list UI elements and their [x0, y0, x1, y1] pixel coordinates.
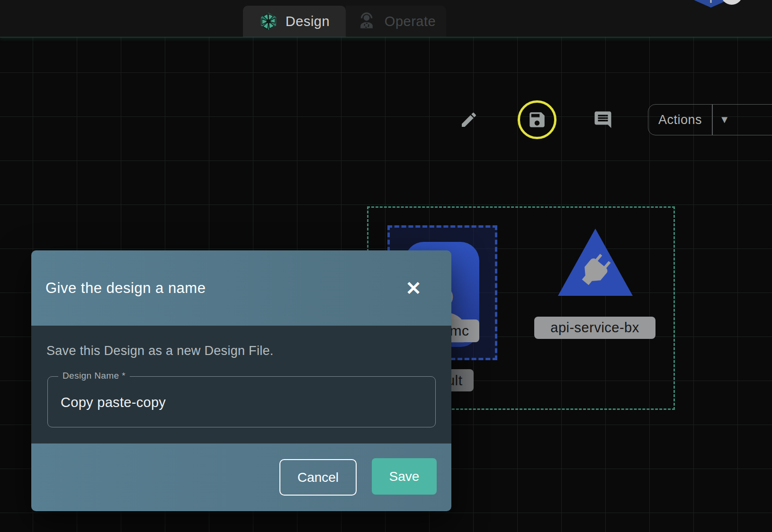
tab-design[interactable]: Design [243, 6, 346, 37]
actions-button[interactable]: Actions ▼ [648, 104, 772, 135]
save-button[interactable]: Save [372, 458, 437, 495]
edit-pencil-icon[interactable] [457, 108, 481, 132]
modal-header: Give the design a name ✕ [31, 250, 451, 326]
api-service-label: api-service-bx [534, 317, 655, 339]
top-bar: Design Operate [0, 0, 772, 37]
tab-design-label: Design [286, 14, 330, 29]
tab-operate-label: Operate [385, 14, 436, 29]
tab-operate[interactable]: Operate [346, 6, 446, 37]
design-name-input-value[interactable]: Copy paste-copy [61, 377, 166, 428]
actions-button-label[interactable]: Actions [648, 105, 712, 135]
save-highlight-ring[interactable] [518, 100, 557, 139]
modal-footer: Cancel Save [31, 443, 451, 511]
comment-icon[interactable] [591, 108, 615, 132]
design-name-input[interactable]: Design Name * Copy paste-copy [47, 376, 436, 427]
modal-description: Save this Design as a new Design File. [46, 344, 274, 358]
close-icon[interactable]: ✕ [402, 277, 425, 300]
save-floppy-icon[interactable] [527, 110, 547, 130]
chevron-down-icon[interactable]: ▼ [713, 105, 772, 135]
modal-title: Give the design a name [45, 280, 206, 297]
save-design-modal: Give the design a name ✕ Save this Desig… [31, 250, 451, 511]
meshery-logo-icon [259, 12, 278, 31]
modal-body: Save this Design as a new Design File. D… [31, 326, 451, 443]
cancel-button[interactable]: Cancel [279, 459, 357, 496]
operator-headset-icon [356, 11, 377, 32]
